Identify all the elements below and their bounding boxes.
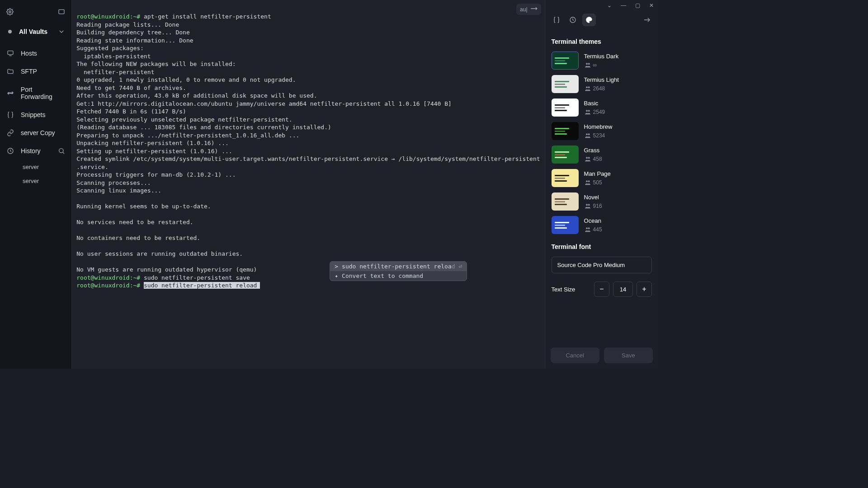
sidebar-item-snippets[interactable]: Snippets	[0, 106, 71, 124]
theme-name: Grass	[584, 147, 602, 154]
theme-count: 916	[584, 202, 602, 210]
theme-name: Termius Light	[584, 76, 619, 83]
theme-man-page[interactable]: Man Page 505	[552, 169, 652, 187]
chevron-down-icon[interactable]: ⌄	[607, 2, 612, 9]
window-controls: ⌄ — ▢ ✕	[545, 0, 658, 11]
font-value: Source Code Pro Medium	[557, 262, 625, 268]
sidebar-item-history[interactable]: History	[0, 142, 71, 160]
theme-grass[interactable]: Grass 458	[552, 145, 652, 164]
theme-ocean[interactable]: Ocean 445	[552, 216, 652, 234]
text-size-label: Text Size	[552, 286, 576, 293]
terminal-output[interactable]: root@winuxdroid:~# apt-get install netfi…	[72, 0, 544, 294]
svg-point-15	[586, 133, 588, 135]
history-entry[interactable]: server	[23, 174, 71, 188]
theme-termius-light[interactable]: Termius Light 2648	[552, 75, 652, 93]
cancel-button[interactable]: Cancel	[551, 347, 599, 363]
theme-count: 458	[584, 155, 602, 163]
svg-point-13	[586, 110, 588, 112]
text-size-value: 14	[613, 282, 633, 297]
theme-count: 5234	[584, 132, 613, 139]
svg-point-12	[588, 86, 590, 88]
tab-braces[interactable]	[550, 14, 563, 26]
theme-swatch	[552, 169, 579, 187]
maximize-icon[interactable]: ▢	[635, 2, 640, 9]
nav-label: SFTP	[21, 68, 37, 75]
save-button[interactable]: Save	[604, 347, 653, 363]
svg-rect-1	[59, 9, 64, 14]
theme-name: Termius Dark	[584, 53, 619, 60]
share-icon[interactable]	[530, 5, 538, 14]
history-icon	[6, 147, 14, 155]
theme-homebrew[interactable]: Homebrew 5234	[552, 122, 652, 140]
arrows-icon	[6, 89, 14, 97]
theme-name: Novel	[584, 194, 602, 201]
theme-swatch	[552, 52, 579, 70]
brackets-icon	[6, 111, 14, 118]
monitor-icon	[6, 50, 14, 57]
settings-icon[interactable]	[6, 8, 14, 15]
svg-point-9	[586, 63, 588, 65]
vault-icon	[6, 28, 14, 35]
increase-size-button[interactable]: +	[637, 282, 652, 297]
sidebar: All Vaults HostsSFTPPort ForwardingSnipp…	[0, 0, 72, 369]
svg-line-7	[63, 152, 64, 154]
font-heading: Terminal font	[552, 243, 652, 250]
svg-point-20	[588, 180, 590, 182]
suggestion-item[interactable]: >sudo netfilter-persistent reload⏎	[330, 262, 467, 271]
tab-appearance[interactable]	[582, 14, 596, 26]
vaults-selector[interactable]: All Vaults	[0, 23, 71, 40]
theme-count: 505	[584, 179, 611, 186]
vaults-label: All Vaults	[19, 28, 52, 35]
new-terminal-icon[interactable]	[58, 8, 65, 15]
suggestion-icon: >	[335, 263, 338, 270]
theme-count: 2549	[584, 108, 605, 116]
svg-point-16	[588, 133, 590, 135]
terminal-area[interactable]: au| root@winuxdroid:~# apt-get install n…	[72, 0, 544, 369]
theme-novel[interactable]: Novel 916	[552, 192, 652, 211]
autocomplete-popup: >sudo netfilter-persistent reload⏎✦Conve…	[330, 261, 467, 281]
right-panel: ⌄ — ▢ ✕ Terminal themes Termius Dark ∞	[545, 0, 658, 369]
link-icon	[6, 129, 14, 136]
theme-termius-dark[interactable]: Termius Dark ∞	[552, 52, 652, 70]
sidebar-item-server-copy[interactable]: server Copy	[0, 124, 71, 142]
terminal-badge[interactable]: au|	[516, 4, 541, 15]
svg-point-2	[8, 30, 12, 33]
badge-text: au|	[520, 6, 527, 13]
theme-count: ∞	[584, 61, 619, 69]
enter-icon: ⏎	[459, 263, 462, 270]
theme-name: Man Page	[584, 170, 611, 177]
svg-rect-3	[8, 51, 13, 55]
svg-point-11	[586, 86, 588, 88]
theme-name: Homebrew	[584, 123, 613, 130]
theme-swatch	[552, 192, 579, 211]
theme-count: 2648	[584, 85, 619, 92]
tab-clock[interactable]	[566, 14, 580, 26]
theme-swatch	[552, 145, 579, 164]
folder-icon	[6, 68, 14, 75]
collapse-panel-icon[interactable]	[640, 14, 654, 26]
theme-swatch	[552, 216, 579, 234]
sidebar-item-port-forwarding[interactable]: Port Forwarding	[0, 80, 71, 106]
svg-point-6	[59, 149, 63, 153]
close-icon[interactable]: ✕	[649, 2, 654, 9]
sidebar-item-hosts[interactable]: Hosts	[0, 44, 71, 62]
themes-heading: Terminal themes	[552, 38, 652, 45]
minimize-icon[interactable]: —	[621, 2, 626, 9]
theme-count: 445	[584, 226, 602, 233]
theme-swatch	[552, 75, 579, 93]
theme-name: Basic	[584, 100, 605, 107]
history-entry[interactable]: server	[23, 160, 71, 174]
svg-point-0	[9, 11, 11, 13]
nav-label: Snippets	[21, 111, 45, 118]
search-icon[interactable]	[58, 147, 65, 155]
theme-basic[interactable]: Basic 2549	[552, 99, 652, 117]
svg-point-14	[588, 110, 590, 112]
sidebar-item-sftp[interactable]: SFTP	[0, 62, 71, 80]
font-select[interactable]: Source Code Pro Medium	[552, 257, 652, 273]
suggestion-item[interactable]: ✦Convert text to command	[330, 271, 467, 281]
svg-point-24	[588, 227, 590, 229]
decrease-size-button[interactable]: −	[594, 282, 609, 297]
suggestion-icon: ✦	[335, 272, 338, 279]
svg-point-10	[588, 63, 590, 65]
history-label: History	[21, 147, 41, 155]
